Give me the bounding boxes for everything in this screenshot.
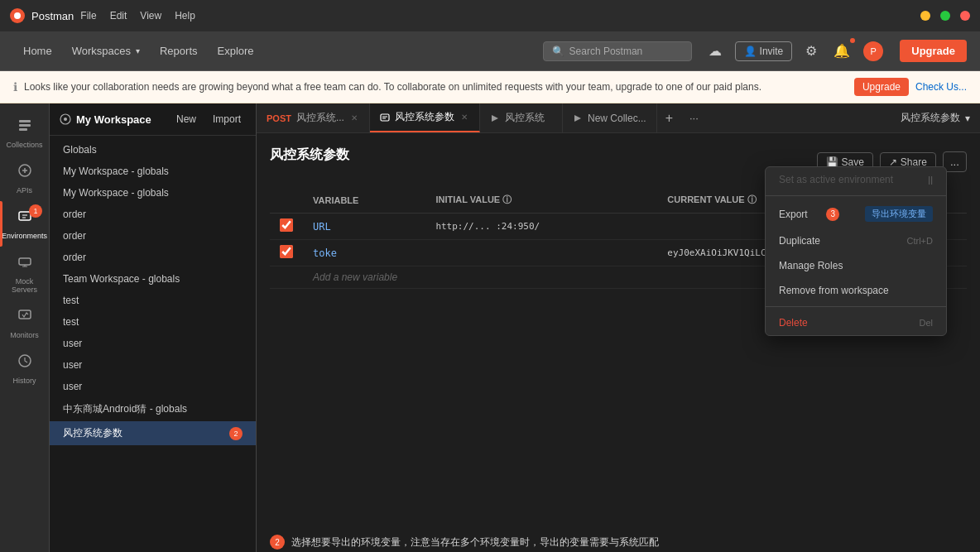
menu-file[interactable]: File <box>80 10 96 22</box>
nav-reports[interactable]: Reports <box>150 40 208 62</box>
titlebar: Postman File Edit View Help <box>0 0 980 31</box>
upgrade-button[interactable]: Upgrade <box>900 40 967 62</box>
remove-from-workspace-item[interactable]: Remove from workspace <box>766 278 946 303</box>
variable-header: VARIABLE <box>303 187 425 214</box>
menu-view[interactable]: View <box>140 10 161 22</box>
tab-new-collection[interactable]: New Collec... <box>563 103 657 132</box>
sidebar-item-monitors[interactable]: Monitors <box>0 300 49 346</box>
manage-roles-item[interactable]: Manage Roles <box>766 253 946 278</box>
list-item[interactable]: order <box>50 204 256 225</box>
env-badge: 2 <box>229 427 243 440</box>
import-env-button[interactable]: Import <box>208 112 246 127</box>
mock-servers-label: Mock Servers <box>3 277 46 294</box>
list-item[interactable]: My Workspace - globals <box>50 182 256 204</box>
list-item[interactable]: order <box>50 247 256 268</box>
new-env-button[interactable]: New <box>171 112 201 127</box>
list-item[interactable]: test <box>50 311 256 333</box>
settings-icon[interactable]: ⚙ <box>802 40 820 62</box>
content-area: 风控系统参数 💾 Save ↗ Share ... <box>257 133 980 552</box>
menu-help[interactable]: Help <box>175 10 195 22</box>
add-tab-button[interactable]: + <box>657 111 681 126</box>
context-menu-divider <box>766 195 946 196</box>
svg-rect-1 <box>19 124 31 127</box>
more-tabs-button[interactable]: ··· <box>681 112 707 124</box>
collection-tab-icon <box>573 113 583 123</box>
delete-item[interactable]: Delete Del <box>766 310 946 335</box>
banner-text: Looks like your collaboration needs are … <box>24 81 848 93</box>
env-selector[interactable]: 风控系统参数 ▾ <box>901 111 980 125</box>
menu-bar: File Edit View Help <box>80 10 195 22</box>
export-label: 导出环境变量 <box>865 206 933 222</box>
bell-icon[interactable]: 🔔 <box>830 40 853 62</box>
sidebar-item-apis[interactable]: APIs <box>0 156 49 201</box>
nav-actions: ☁ 👤 Invite ⚙ 🔔 P Upgrade <box>705 40 967 62</box>
search-box[interactable]: 🔍 Search Postman <box>543 41 692 61</box>
sidebar-item-environments[interactable]: 1 Environments <box>0 201 49 247</box>
env-item-globals[interactable]: Globals <box>50 139 256 161</box>
tab-close-1[interactable]: ✕ <box>459 111 469 123</box>
var-name-toke[interactable]: toke <box>303 240 425 266</box>
svg-marker-11 <box>492 115 498 122</box>
invite-button[interactable]: 👤 Invite <box>735 41 793 61</box>
initial-info-icon[interactable]: ⓘ <box>502 194 512 204</box>
banner-actions: Upgrade Check Us... <box>854 78 967 96</box>
history-label: History <box>12 377 36 385</box>
current-info-icon[interactable]: ⓘ <box>747 194 757 204</box>
list-item[interactable]: Team Workspace - globals <box>50 268 256 290</box>
nav-home[interactable]: Home <box>13 40 62 62</box>
env-item-user-3[interactable]: user <box>50 376 256 397</box>
sidebar-item-collections[interactable]: Collections <box>0 110 49 156</box>
navbar: Home Workspaces ▾ Reports Explore 🔍 Sear… <box>0 31 980 71</box>
env-item-fengkong[interactable]: 风控系统参数 2 <box>50 421 256 445</box>
tab-post-fengkong[interactable]: POST 风控系统... ✕ <box>257 103 370 132</box>
sidebar-item-history[interactable]: History <box>0 346 49 391</box>
banner-upgrade-button[interactable]: Upgrade <box>854 78 909 96</box>
nav-workspaces[interactable]: Workspaces ▾ <box>62 40 150 62</box>
avatar-icon[interactable]: P <box>863 41 883 61</box>
nav-explore[interactable]: Explore <box>208 40 264 62</box>
initial-value-toke[interactable] <box>425 240 657 266</box>
apis-icon <box>17 162 33 183</box>
person-icon: 👤 <box>744 46 757 57</box>
banner-check-button[interactable]: Check Us... <box>915 78 967 96</box>
env-item-user-1[interactable]: user <box>50 333 256 354</box>
svg-point-9 <box>64 118 67 121</box>
context-menu: Set as active environment || Export 3 导出… <box>765 166 947 336</box>
initial-value-url[interactable]: http://... :24:950/ <box>425 214 657 240</box>
env-title: 风控系统参数 <box>270 146 349 164</box>
monitors-icon <box>17 307 33 328</box>
bottom-tooltip: 2 选择想要导出的环境变量，注意当存在多个环境变量时，导出的变量需要与系统匹配 <box>257 528 980 552</box>
export-item[interactable]: Export 3 导出环境变量 <box>766 199 946 228</box>
duplicate-item[interactable]: Duplicate Ctrl+D <box>766 228 946 253</box>
titlebar-left: Postman File Edit View Help <box>10 8 195 23</box>
maximize-button[interactable] <box>940 11 950 21</box>
tooltip-text: 选择想要导出的环境变量，注意当存在多个环境变量时，导出的变量需要与系统匹配 <box>291 535 659 550</box>
monitors-label: Monitors <box>10 331 39 339</box>
window-controls <box>920 11 970 21</box>
list-item[interactable]: test <box>50 290 256 311</box>
sync-icon[interactable]: ☁ <box>705 40 725 62</box>
var-name-url[interactable]: URL <box>303 214 425 240</box>
list-item[interactable]: My Workspace - globals <box>50 161 256 182</box>
workspace-title: My Workspace <box>60 113 151 126</box>
close-button[interactable] <box>960 11 970 21</box>
tab-fengkong-params[interactable]: 风控系统参数 ✕ <box>370 103 480 132</box>
env-tab-icon <box>380 113 390 122</box>
tab-close-0[interactable]: ✕ <box>349 112 359 124</box>
env-item-android[interactable]: 中东商城Android猜 - globals <box>50 397 256 421</box>
env-item-user-2[interactable]: user <box>50 354 256 376</box>
search-placeholder: Search Postman <box>569 46 643 57</box>
req-tab-icon <box>490 113 500 123</box>
apis-label: APIs <box>17 186 32 194</box>
info-icon: ℹ <box>13 80 17 94</box>
toke-checkbox[interactable] <box>280 245 293 258</box>
url-checkbox[interactable] <box>280 218 293 232</box>
context-menu-divider-2 <box>766 306 946 307</box>
set-active-env-item[interactable]: Set as active environment || <box>766 167 946 192</box>
sidebar-item-mock-servers[interactable]: Mock Servers <box>0 247 49 300</box>
list-item[interactable]: order <box>50 225 256 247</box>
tab-fengkong-req[interactable]: 风控系统 <box>480 103 563 132</box>
minimize-button[interactable] <box>920 11 930 21</box>
menu-edit[interactable]: Edit <box>110 10 127 22</box>
history-icon <box>17 353 33 373</box>
